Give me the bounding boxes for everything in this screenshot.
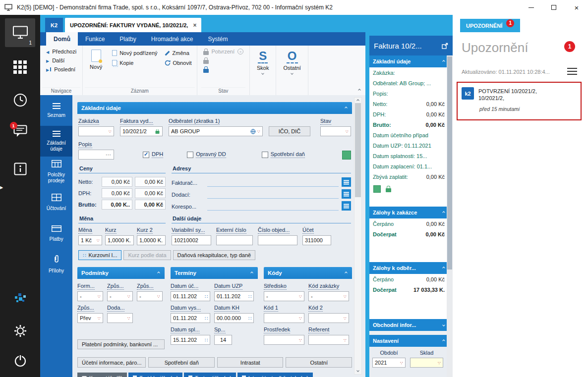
address-field[interactable]	[207, 189, 339, 199]
dph-checkbox-row[interactable]: DPH	[143, 151, 163, 158]
chevron-up-icon[interactable]	[442, 60, 445, 63]
kod-zakazky-label[interactable]: Kód zakázky	[308, 283, 339, 290]
cislo-objednavky-field[interactable]	[258, 235, 297, 245]
datum-uzp-label[interactable]: Datum UZP	[214, 283, 242, 290]
stav-label[interactable]: Stav	[320, 118, 331, 125]
preview-section-nastaveni[interactable]: Nastavení	[369, 335, 453, 347]
scrollbar-thumb[interactable]	[355, 103, 361, 197]
ribbon-tab-hromadne-akce[interactable]: Hromadné akce	[144, 32, 201, 46]
notifications-menu-button[interactable]	[567, 68, 577, 77]
faktura-label[interactable]: Faktura vyd...	[120, 118, 153, 125]
calendar-icon[interactable]	[205, 293, 208, 299]
mena-label[interactable]: Měna	[78, 227, 92, 234]
dropdown-icon[interactable]	[344, 337, 347, 343]
minimize-button[interactable]	[520, 0, 542, 15]
change-button[interactable]: Změna	[162, 48, 195, 58]
lock-button[interactable]	[201, 56, 245, 65]
forma-uhrady-combo[interactable]: -	[77, 291, 103, 301]
chevron-down-icon[interactable]	[442, 323, 445, 326]
zpusob-2-combo[interactable]: -	[137, 291, 163, 301]
dph-label[interactable]: DPH	[152, 151, 163, 158]
datum-spl-field[interactable]: 15.11.202	[171, 335, 210, 345]
kod-zakazky-combo[interactable]: -	[308, 291, 349, 301]
zpusob-1-combo[interactable]: -	[107, 291, 133, 301]
variabilni-symbol-label[interactable]: Variabilní sy...	[172, 227, 205, 234]
ribbon-tab-system[interactable]: Systém	[200, 32, 235, 46]
sidebar-item-history[interactable]	[0, 93, 40, 108]
chevron-up-icon[interactable]	[442, 339, 445, 342]
ellipsis-icon[interactable]: ⋯	[106, 152, 112, 158]
address-menu-button[interactable]	[342, 201, 351, 211]
referent-combo[interactable]	[308, 335, 349, 345]
nav-item-platby[interactable]: Platby	[40, 218, 72, 249]
close-button[interactable]: ×	[565, 0, 588, 15]
tab-text-paticky[interactable]: Text patičky (...)	[184, 373, 236, 377]
scroll-up-icon[interactable]	[356, 99, 359, 102]
kod-2-label[interactable]: Kód 2	[308, 305, 323, 312]
ucet-label[interactable]: Účet	[302, 227, 314, 234]
ribbon-tab-domu[interactable]: Domů	[46, 32, 78, 46]
nav-item-seznam[interactable]: Seznam	[40, 95, 72, 126]
ostatni-button[interactable]: O Ostatní	[278, 47, 305, 74]
dropdown-icon[interactable]	[98, 293, 101, 299]
document-tab[interactable]: UPOZORNĚNÍ: FAKTURY VYDANÉ, 10/2021/2, ×	[65, 18, 201, 32]
nav-item-prilohy[interactable]: Přílohy	[40, 249, 72, 279]
tab-close-icon[interactable]: ×	[193, 22, 196, 29]
preview-section-zakladni[interactable]: Základní údaje	[369, 55, 453, 67]
forma-uhrady-label[interactable]: Form...	[77, 283, 95, 290]
datum-uc-label[interactable]: Datum úč...	[171, 283, 198, 290]
sidebar-item-modules[interactable]	[0, 60, 40, 75]
datum-spl-label[interactable]: Datum spl...	[171, 326, 200, 333]
dropdown-icon[interactable]	[400, 360, 403, 366]
splatnost-label[interactable]: Sp...	[214, 326, 226, 333]
dropdown-icon[interactable]	[98, 315, 101, 321]
sidebar-item-power[interactable]	[0, 354, 40, 369]
datum-kh-label[interactable]: Datum KH	[214, 305, 239, 312]
sidebar-item-info[interactable]	[0, 162, 40, 176]
cislo-objednavky-label[interactable]: Číslo objed...	[258, 227, 290, 234]
dropdown-icon[interactable]	[109, 128, 112, 134]
spotrebni-dan-button[interactable]: Spotřební daň	[148, 357, 215, 368]
new-record-button[interactable]: Nový	[85, 47, 107, 70]
prostredek-label[interactable]: Prostředek	[264, 326, 290, 333]
copy-button[interactable]: Kopie	[109, 58, 160, 68]
danova-rekapitulace-button[interactable]: Daňová rekapitulace, typ daně	[173, 250, 256, 260]
kurz-podle-data-button[interactable]: Kurz podle data	[123, 250, 171, 260]
kurz2-field[interactable]: 1,0000 K..	[137, 235, 166, 245]
sidebar-item-messages[interactable]: 1	[0, 125, 40, 139]
dropdown-icon[interactable]	[344, 315, 347, 321]
tab-interni-text[interactable]: Interní text odběratele (...)	[237, 373, 313, 377]
section-header-podminky[interactable]: Podmínky	[77, 267, 165, 279]
address-menu-button[interactable]	[342, 177, 351, 187]
externi-cislo-label[interactable]: Externí číslo	[216, 227, 246, 234]
datum-uzp-field[interactable]: 01.11.202	[214, 291, 254, 301]
k2-menu-tab[interactable]: K2	[45, 18, 63, 32]
variabilni-symbol-field[interactable]: 10210002	[172, 235, 211, 245]
sidebar-item-settings[interactable]	[0, 324, 40, 339]
datum-uc-field[interactable]: 01.11.202	[171, 291, 210, 301]
dropdown-icon[interactable]	[344, 293, 347, 299]
opravny-checkbox-row[interactable]: Opravný DD	[187, 151, 226, 158]
referent-label[interactable]: Referent	[308, 326, 329, 333]
zpusob-3-label[interactable]: Způs...	[77, 305, 94, 312]
scrollbar-thumb[interactable]	[447, 56, 452, 269]
chevron-up-icon[interactable]	[442, 211, 445, 214]
kod-1-label[interactable]: Kód 1	[264, 305, 278, 312]
externi-cislo-field[interactable]	[216, 235, 253, 245]
preview-scrollbar[interactable]	[447, 55, 453, 377]
kurz-label[interactable]: Kurz	[105, 227, 117, 234]
nav-item-uctovani[interactable]: Účtování	[40, 187, 72, 218]
obdobi-combo[interactable]: 2021	[372, 358, 406, 368]
dropdown-icon[interactable]	[127, 315, 130, 321]
popis-field[interactable]: ⋯	[78, 150, 114, 160]
nav-item-polozky-prodeje[interactable]: Položky prodeje	[40, 157, 72, 187]
opravny-label[interactable]: Opravný DD	[196, 151, 226, 158]
cancel-confirm-icon[interactable]: ×	[237, 49, 243, 54]
new-child-button[interactable]: Nový podřízený	[109, 48, 160, 58]
dropdown-icon[interactable]	[157, 293, 160, 299]
zpusob-3-combo[interactable]: Přev	[77, 313, 103, 323]
chevron-up-icon[interactable]	[345, 107, 348, 109]
dropdown-icon[interactable]	[346, 128, 349, 134]
kurz2-label[interactable]: Kurz 2	[137, 227, 153, 234]
spotrebni-checkbox[interactable]	[262, 152, 268, 158]
